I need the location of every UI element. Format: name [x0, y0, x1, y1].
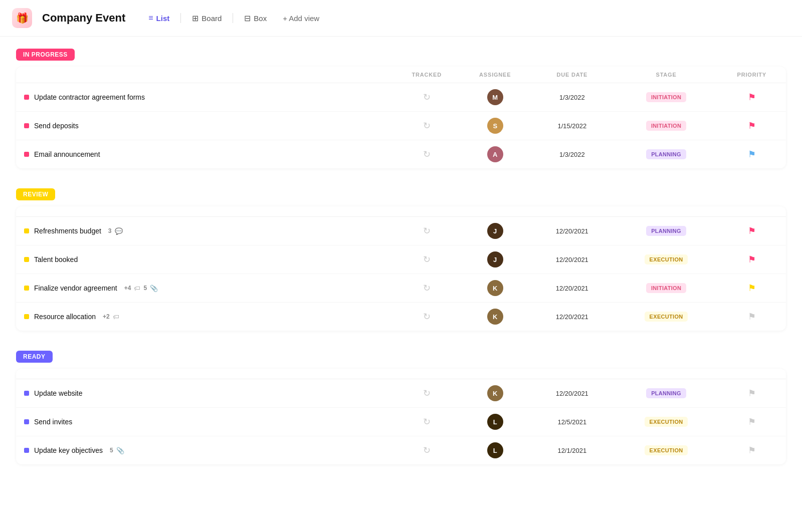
tracked-cell: ↻ — [392, 436, 461, 465]
stage-badge: INITIATION — [646, 121, 686, 131]
due-date-cell: 12/20/2021 — [529, 274, 615, 303]
table-row[interactable]: Update website ↻ K 12/20/2021 PLANNI — [16, 379, 786, 408]
nav-divider-2 — [233, 13, 233, 23]
table-row[interactable]: Send invites ↻ L 12/5/2021 EXECUTION — [16, 408, 786, 436]
assignee-cell: J — [461, 245, 529, 274]
meta-icon: 📎 — [116, 447, 124, 454]
col-header-task-r — [16, 206, 392, 217]
task-name-cell: Refreshments budget 3💬 — [16, 217, 392, 245]
stage-badge: EXECUTION — [645, 445, 688, 455]
section-ready: READY Update website — [16, 351, 786, 464]
col-header-tracked: TRACKED — [392, 67, 461, 83]
assignee-cell: S — [461, 112, 529, 140]
priority-cell: ⚑ — [717, 83, 786, 112]
due-date: 1/15/2022 — [557, 122, 586, 130]
tab-list[interactable]: ≡ List — [141, 11, 176, 26]
task-dot — [24, 448, 29, 453]
tracked-cell: ↻ — [392, 379, 461, 408]
task-name-cell: Email announcement — [16, 140, 392, 169]
avatar: M — [487, 89, 503, 105]
task-name: Resource allocation — [34, 313, 96, 321]
col-header-duedate: DUE DATE — [529, 67, 615, 83]
section-badge-inprogress: IN PROGRESS — [16, 49, 75, 61]
tracked-cell: ↻ — [392, 245, 461, 274]
col-header-stage-r — [615, 206, 718, 217]
due-date: 12/20/2021 — [556, 390, 588, 397]
priority-cell: ⚑ — [717, 303, 786, 331]
table-row[interactable]: Send deposits ↻ S 1/15/2022 INITIATI — [16, 112, 786, 140]
tracked-cell: ↻ — [392, 83, 461, 112]
stage-badge: EXECUTION — [645, 254, 688, 264]
task-name: Email announcement — [34, 150, 100, 158]
table-row[interactable]: Refreshments budget 3💬 ↻ J 12/20/2021 — [16, 217, 786, 245]
table-row[interactable]: Talent booked ↻ J 12/20/2021 EXECUTI — [16, 245, 786, 274]
main-content: IN PROGRESS TRACKED ASSIGNEE DUE DATE ST… — [0, 37, 802, 496]
assignee-cell: A — [461, 140, 529, 169]
col-header-duedate-r — [529, 206, 615, 217]
col-header-stage: STAGE — [615, 67, 718, 83]
task-dot — [24, 123, 29, 128]
task-name: Update website — [34, 389, 83, 397]
stage-badge: PLANNING — [646, 149, 686, 159]
table-row[interactable]: Finalize vendor agreement +4🏷5📎 ↻ K 12/2… — [16, 274, 786, 303]
col-header-tracked-r — [392, 206, 461, 217]
assignee-cell: K — [461, 379, 529, 408]
stage-cell: INITIATION — [615, 274, 718, 303]
avatar: J — [487, 251, 503, 268]
nav-tabs: ≡ List ⊞ Board ⊟ Box + Add view — [141, 11, 326, 26]
tracked-cell: ↻ — [392, 303, 461, 331]
table-row[interactable]: Email announcement ↻ A 1/3/2022 PLAN — [16, 140, 786, 169]
due-date-cell: 1/15/2022 — [529, 112, 615, 140]
task-name-cell: Update key objectives 5📎 — [16, 436, 392, 465]
table-row[interactable]: Update contractor agreement forms ↻ M 1/… — [16, 83, 786, 112]
task-name: Send deposits — [34, 122, 79, 130]
meta-count: +2 — [103, 313, 110, 320]
priority-cell: ⚑ — [717, 408, 786, 436]
table-row[interactable]: Update key objectives 5📎 ↻ L 12/1/2021 — [16, 436, 786, 465]
table-row[interactable]: Resource allocation +2🏷 ↻ K 12/20/2021 — [16, 303, 786, 331]
tab-box[interactable]: ⊟ Box — [237, 11, 274, 26]
tracked-icon: ↻ — [423, 312, 431, 322]
task-name: Refreshments budget — [34, 227, 101, 235]
stage-badge: PLANNING — [646, 388, 686, 398]
priority-cell: ⚑ — [717, 379, 786, 408]
stage-badge: INITIATION — [646, 283, 686, 293]
task-name: Finalize vendor agreement — [34, 284, 117, 292]
tracked-cell: ↻ — [392, 274, 461, 303]
task-meta: +4🏷5📎 — [124, 285, 158, 292]
meta-icon: 🏷 — [134, 285, 140, 292]
meta-icon: 🏷 — [113, 313, 119, 321]
box-icon: ⊟ — [244, 14, 251, 23]
due-date: 12/20/2021 — [556, 256, 588, 263]
meta-count: +4 — [124, 285, 131, 292]
tracked-icon: ↻ — [423, 121, 431, 131]
due-date-cell: 1/3/2022 — [529, 140, 615, 169]
task-dot — [24, 95, 29, 100]
avatar: K — [487, 309, 503, 325]
due-date: 12/20/2021 — [556, 227, 588, 235]
assignee-cell: M — [461, 83, 529, 112]
stage-cell: EXECUTION — [615, 436, 718, 465]
task-name-cell: Send invites — [16, 408, 392, 436]
stage-cell: PLANNING — [615, 140, 718, 169]
stage-cell: PLANNING — [615, 379, 718, 408]
list-icon: ≡ — [148, 14, 153, 23]
avatar: A — [487, 146, 503, 162]
tracked-icon: ↻ — [423, 92, 431, 102]
col-header-priority-r — [717, 206, 786, 217]
page-title: Company Event — [42, 12, 125, 25]
task-name-cell: Resource allocation +2🏷 — [16, 303, 392, 331]
task-dot — [24, 419, 29, 424]
add-view-button[interactable]: + Add view — [276, 11, 326, 26]
priority-cell: ⚑ — [717, 217, 786, 245]
tab-board[interactable]: ⊞ Board — [185, 11, 229, 26]
priority-cell: ⚑ — [717, 140, 786, 169]
due-date-cell: 12/20/2021 — [529, 303, 615, 331]
tracked-cell: ↻ — [392, 112, 461, 140]
assignee-cell: L — [461, 436, 529, 465]
task-table-review: Refreshments budget 3💬 ↻ J 12/20/2021 — [16, 206, 786, 331]
task-name: Update contractor agreement forms — [34, 93, 145, 101]
tracked-icon: ↻ — [423, 445, 431, 455]
stage-cell: INITIATION — [615, 83, 718, 112]
avatar: J — [487, 223, 503, 239]
